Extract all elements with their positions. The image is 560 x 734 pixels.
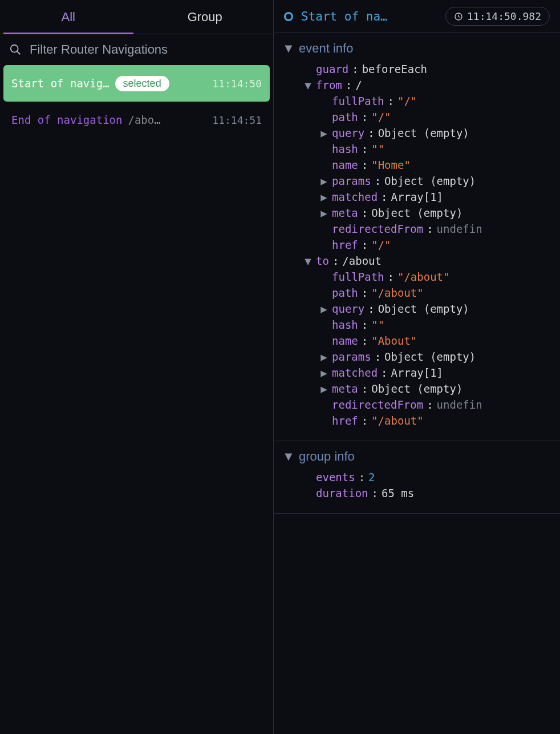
tab-all[interactable]: All <box>0 0 137 34</box>
nav-item-time: 11:14:51 <box>212 114 262 126</box>
value: "/" <box>371 111 391 123</box>
prop-hash[interactable]: hash: "" <box>319 318 550 331</box>
event-info-section: ▼ event info guard: beforeEach ▼ from: /… <box>274 33 560 441</box>
prop-meta[interactable]: ▶meta: Object (empty) <box>319 382 550 395</box>
value: 65 ms <box>382 487 414 499</box>
caret-right-icon[interactable]: ▶ <box>319 191 328 203</box>
caret-right-icon[interactable]: ▶ <box>319 175 328 187</box>
nav-item[interactable]: End of navigation /abo… 11:14:51 <box>3 102 270 138</box>
value: Array[1] <box>391 191 444 203</box>
event-info-header[interactable]: ▼ event info <box>284 41 550 56</box>
value: "/about" <box>371 414 424 427</box>
prop-params[interactable]: ▶params: Object (empty) <box>319 175 550 187</box>
key: hash <box>332 318 358 331</box>
value: "/about" <box>371 287 424 299</box>
group-info-tree: events: 2 duration: 65 ms <box>284 471 550 499</box>
key: params <box>332 350 371 363</box>
nav-item-title: End of navigation <box>11 114 122 126</box>
value: beforeEach <box>362 63 427 75</box>
prop-path[interactable]: path: "/about" <box>319 287 550 299</box>
group-info-header[interactable]: ▼ group info <box>284 449 550 464</box>
filter-input[interactable] <box>30 42 264 57</box>
prop-path[interactable]: path: "/" <box>319 111 550 123</box>
key: fullPath <box>332 95 384 107</box>
value: "" <box>371 143 384 155</box>
section-label: event info <box>299 41 353 56</box>
value: "About" <box>371 334 417 347</box>
caret-right-icon[interactable]: ▶ <box>319 382 328 395</box>
group-info-section: ▼ group info events: 2 duration: 65 ms <box>274 441 560 514</box>
prop-query[interactable]: ▶query: Object (empty) <box>319 127 550 139</box>
caret-down-icon: ▼ <box>284 41 293 56</box>
caret-right-icon[interactable]: ▶ <box>319 207 328 219</box>
prop-from[interactable]: ▼ from: / fullPath: "/" path: "/" ▶query… <box>303 79 550 251</box>
tab-group[interactable]: Group <box>137 0 274 34</box>
key: duration <box>316 487 368 499</box>
key: matched <box>332 366 378 379</box>
nav-item[interactable]: Start of navig… selected 11:14:50 <box>3 65 270 102</box>
value: Object (empty) <box>378 303 469 315</box>
nav-item-time: 11:14:50 <box>212 78 262 90</box>
key: redirectedFrom <box>332 223 423 235</box>
prop-hash[interactable]: hash: "" <box>319 143 550 155</box>
value: "/" <box>371 239 391 251</box>
filter-row <box>0 34 273 65</box>
clock-icon <box>454 12 463 21</box>
prop-to[interactable]: ▼ to: /about fullPath: "/about" path: "/… <box>303 255 550 427</box>
caret-down-icon: ▼ <box>284 449 293 464</box>
key: query <box>332 303 364 315</box>
value: Object (empty) <box>371 207 462 219</box>
key: path <box>332 287 358 299</box>
key: redirectedFrom <box>332 398 423 411</box>
svg-line-1 <box>17 51 21 55</box>
prop-duration[interactable]: duration: 65 ms <box>303 487 550 499</box>
prop-name[interactable]: name: "Home" <box>319 159 550 171</box>
svg-point-0 <box>11 45 18 53</box>
nav-item-path: /abo… <box>128 114 160 126</box>
caret-right-icon[interactable]: ▶ <box>319 303 328 315</box>
prop-fullpath[interactable]: fullPath: "/about" <box>319 271 550 283</box>
key: hash <box>332 143 358 155</box>
value: 2 <box>368 471 375 483</box>
prop-guard[interactable]: guard: beforeEach <box>303 63 550 75</box>
prop-matched[interactable]: ▶matched: Array[1] <box>319 191 550 203</box>
left-pane: All Group Start of navig… selected 11:14… <box>0 0 274 734</box>
key: meta <box>332 207 358 219</box>
prop-href[interactable]: href: "/about" <box>319 414 550 427</box>
prop-href[interactable]: href: "/" <box>319 239 550 251</box>
value: /about <box>342 255 382 267</box>
value: "" <box>371 318 384 331</box>
caret-down-icon[interactable]: ▼ <box>303 79 313 91</box>
key: path <box>332 111 358 123</box>
key: guard <box>316 63 348 75</box>
value: / <box>355 79 362 91</box>
prop-params[interactable]: ▶params: Object (empty) <box>319 350 550 363</box>
event-info-tree: guard: beforeEach ▼ from: / fullPath: "/… <box>284 63 550 427</box>
search-icon <box>9 43 22 56</box>
prop-query[interactable]: ▶query: Object (empty) <box>319 303 550 315</box>
prop-meta[interactable]: ▶meta: Object (empty) <box>319 207 550 219</box>
prop-redirectedfrom[interactable]: redirectedFrom: undefin <box>319 398 550 411</box>
caret-right-icon[interactable]: ▶ <box>319 350 328 363</box>
selected-badge: selected <box>115 76 169 91</box>
prop-events[interactable]: events: 2 <box>303 471 550 483</box>
status-dot-icon <box>284 12 293 21</box>
caret-right-icon[interactable]: ▶ <box>319 366 328 379</box>
caret-right-icon[interactable]: ▶ <box>319 127 328 139</box>
right-pane: Start of na… 11:14:50.982 ▼ event info g… <box>274 0 560 734</box>
value: Object (empty) <box>384 175 476 187</box>
value: undefin <box>437 223 482 235</box>
value: "/about" <box>397 271 450 283</box>
prop-fullpath[interactable]: fullPath: "/" <box>319 95 550 107</box>
key: from <box>316 79 342 91</box>
prop-matched[interactable]: ▶matched: Array[1] <box>319 366 550 379</box>
time-pill: 11:14:50.982 <box>445 7 550 26</box>
caret-down-icon[interactable]: ▼ <box>303 255 313 267</box>
prop-name[interactable]: name: "About" <box>319 334 550 347</box>
nav-item-title: Start of navig… <box>11 77 109 90</box>
time-value: 11:14:50.982 <box>467 10 541 22</box>
key: name <box>332 334 358 347</box>
prop-redirectedfrom[interactable]: redirectedFrom: undefin <box>319 223 550 235</box>
key: href <box>332 414 358 427</box>
key: query <box>332 127 364 139</box>
